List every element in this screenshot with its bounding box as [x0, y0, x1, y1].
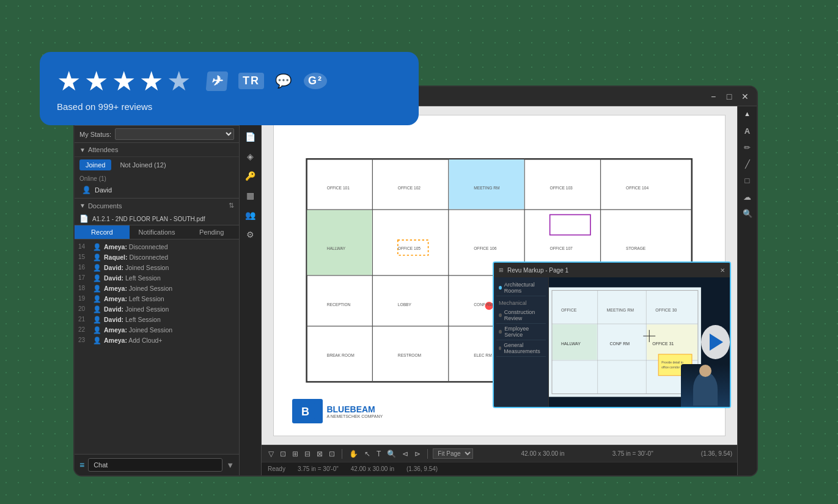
log-item-20: 20 👤 David: Joined Session	[75, 304, 239, 315]
svg-text:BREAK ROOM: BREAK ROOM	[327, 353, 355, 357]
svg-text:OFFICE 105: OFFICE 105	[398, 247, 421, 251]
review-logos: ✈ TR 💬 G²	[207, 71, 327, 91]
joined-tab[interactable]: Joined	[79, 159, 111, 170]
attendees-arrow: ▼	[79, 147, 86, 153]
rating-card: ★ ★ ★ ★ ★ ✈ TR 💬 G² Based on 999+ review…	[40, 52, 419, 125]
video-sidebar-item-0[interactable]: Architectural Rooms	[496, 280, 546, 296]
video-main[interactable]: OFFICE MEETING RM OFFICE 30 HALLWAY CONF…	[549, 277, 730, 407]
star-2: ★	[84, 65, 109, 97]
svg-text:B: B	[301, 406, 309, 418]
svg-text:OFFICE 107: OFFICE 107	[550, 247, 573, 251]
docs-sort-icon[interactable]: ⇅	[229, 202, 234, 210]
rail-chart-icon[interactable]: ▦	[244, 188, 257, 203]
minimize-button[interactable]: −	[709, 92, 718, 101]
vsi-sub-0: Mechanical	[496, 299, 546, 307]
log-item-17: 17 👤 David: Left Session	[75, 273, 239, 283]
online-section: Online (1) 👤 David	[75, 173, 239, 198]
ready-status: Ready	[268, 466, 285, 472]
toolbar-prev-page-icon[interactable]: ⊲	[400, 448, 410, 459]
video-close-button[interactable]: ✕	[720, 267, 725, 274]
log-num-18: 18	[78, 285, 90, 291]
video-sidebar-item-2[interactable]: Employee Service	[496, 324, 546, 340]
status-coords: (1.36, 9.54)	[406, 466, 438, 472]
star-half: ★	[167, 65, 192, 97]
rail-key-icon[interactable]: 🔑	[243, 169, 258, 183]
log-text-23: Ameya: Add Cloud+	[104, 337, 235, 344]
doc-item-floor-plan[interactable]: 📄 A1.2.1 - 2ND FLOOR PLAN - SOUTH.pdf	[75, 213, 239, 225]
toolbar-link-icon[interactable]: ⊡	[327, 448, 337, 459]
right-cloud-icon[interactable]: ☁	[741, 191, 753, 203]
right-search-icon[interactable]: 🔍	[741, 207, 754, 220]
toolbar-next-page-icon[interactable]: ⊳	[413, 448, 422, 459]
rail-settings-icon[interactable]: ⚙	[244, 227, 257, 242]
user-icon-16: 👤	[93, 264, 101, 272]
toolbar-cursor-icon[interactable]: ↖	[362, 448, 372, 459]
log-num-15: 15	[78, 254, 90, 260]
video-panel: ⊞ Revu Markup - Page 1 ✕ Architectural R…	[493, 261, 731, 408]
pending-tab[interactable]: Pending	[184, 225, 239, 239]
log-item-15: 15 👤 Raquel: Disconnected	[75, 252, 239, 263]
zoom-select[interactable]: Fit Page 100% 75%	[433, 448, 473, 459]
video-titlebar: ⊞ Revu Markup - Page 1 ✕	[494, 263, 730, 277]
rail-people-icon[interactable]: 👥	[243, 208, 258, 222]
star-3: ★	[112, 65, 137, 97]
log-text-21: David: Left Session	[104, 316, 235, 323]
play-triangle-icon	[710, 334, 723, 351]
play-button[interactable]	[701, 325, 730, 359]
svg-rect-10	[449, 159, 524, 209]
chat-list-icon: ≡	[79, 460, 84, 470]
svg-text:HALLWAY: HALLWAY	[561, 341, 581, 346]
close-button[interactable]: ✕	[741, 92, 749, 101]
toolbar-split-icon[interactable]: ⊟	[303, 448, 312, 459]
bluebeam-sub-name: A NEMETSCHEK COMPANY	[326, 414, 383, 418]
status-select[interactable]: Available Busy	[115, 128, 234, 140]
laptop-frame: − □ ✕ ⊞ Architectural Plan Review - 30% …	[73, 86, 758, 477]
rail-doc-icon[interactable]: 📄	[243, 130, 258, 144]
svg-text:MEETING RM: MEETING RM	[607, 308, 634, 312]
log-item-14: 14 👤 Ameya: Disconnected	[75, 242, 239, 252]
chat-bar: ≡ ▼	[75, 454, 239, 475]
toolbar-bookmark-icon[interactable]: ⊠	[315, 448, 325, 459]
notifications-tab[interactable]: Notifications	[130, 225, 185, 239]
log-text-19: Ameya: Left Session	[104, 295, 235, 302]
vsi-label-3: General Measurements	[504, 342, 543, 354]
toolbar-zoom-icon[interactable]: 🔍	[385, 448, 398, 459]
vsi-dot-2	[499, 330, 502, 334]
coords-text: (1.36, 9.54)	[701, 450, 732, 457]
toolbar-expand-icon[interactable]: ⊡	[278, 448, 288, 459]
chat-icon: 💬	[275, 73, 293, 89]
video-content: Architectural Rooms Mechanical Construct…	[494, 277, 730, 407]
chat-filter-icon[interactable]: ▼	[226, 461, 234, 470]
blueprint-area[interactable]: OFFICE 101 OFFICE 102 MEETING RM OFFICE …	[262, 106, 737, 445]
right-line-icon[interactable]: ╱	[743, 158, 752, 170]
status-scale2: 42.00 x 30.00 in	[351, 466, 394, 472]
app-layout: ⊞ Architectural Plan Review - 30% - 518-…	[75, 106, 757, 475]
svg-text:Provide detail to: Provide detail to	[661, 361, 683, 364]
main-content: OFFICE 101 OFFICE 102 MEETING RM OFFICE …	[262, 106, 737, 475]
maximize-button[interactable]: □	[725, 92, 733, 101]
user-icon-22: 👤	[93, 326, 101, 334]
log-item-18: 18 👤 Ameya: Joined Session	[75, 283, 239, 294]
star-4: ★	[139, 65, 164, 97]
log-item-22: 22 👤 Ameya: Joined Session	[75, 325, 239, 335]
right-pencil-icon[interactable]: ✏	[742, 141, 752, 154]
record-tab[interactable]: Record	[75, 225, 130, 239]
toolbar-page-icon[interactable]: ⊞	[290, 448, 300, 459]
not-joined-tab[interactable]: Not Joined (12)	[114, 159, 172, 170]
right-annotation-toolbar: ▲ A ✏ ╱ □ ☁ 🔍	[737, 106, 757, 475]
log-text-17: David: Left Session	[104, 274, 235, 282]
toolbar-collapse-icon[interactable]: ▲	[744, 110, 751, 117]
bluebeam-logo-text: BLUEBEAM A NEMETSCHEK COMPANY	[326, 404, 383, 418]
right-text-icon[interactable]: A	[743, 125, 752, 137]
toolbar-filter-icon[interactable]: ▽	[266, 448, 276, 459]
log-num-16: 16	[78, 264, 90, 271]
toolbar-text-icon[interactable]: T	[375, 448, 383, 459]
status-scale1: 3.75 in = 30'-0"	[298, 466, 339, 472]
chat-input[interactable]	[89, 459, 222, 471]
right-shape-icon[interactable]: □	[743, 174, 752, 187]
toolbar-hand-icon[interactable]: ✋	[347, 448, 360, 459]
rating-stars-row: ★ ★ ★ ★ ★ ✈ TR 💬 G²	[57, 65, 402, 97]
video-sidebar-item-3[interactable]: General Measurements	[496, 340, 546, 357]
rail-layers-icon[interactable]: ◈	[244, 149, 256, 164]
video-sidebar-item-1[interactable]: Construction Review	[496, 307, 546, 324]
